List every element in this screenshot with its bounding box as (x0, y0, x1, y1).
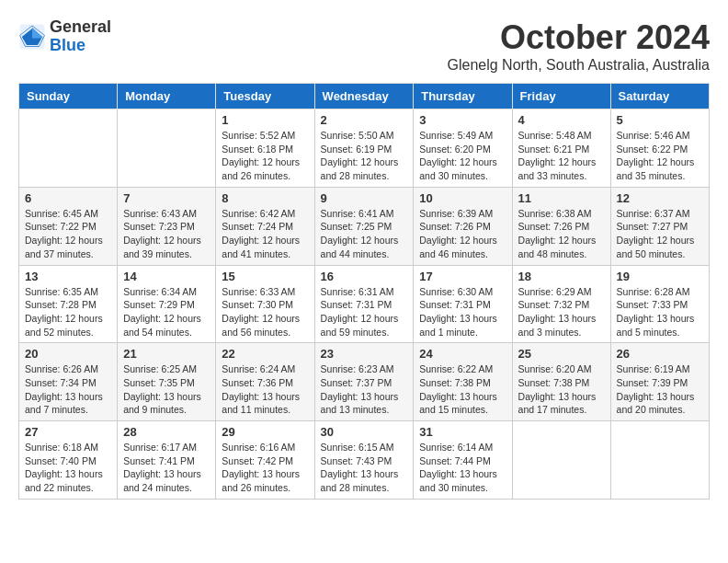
weekday-header-monday: Monday (118, 84, 216, 109)
calendar-cell: 29Sunrise: 6:16 AM Sunset: 7:42 PM Dayli… (216, 421, 314, 500)
day-detail: Sunrise: 6:22 AM Sunset: 7:38 PM Dayligh… (419, 362, 506, 417)
location-title: Glenelg North, South Australia, Australi… (448, 57, 711, 74)
logo-line2: Blue (50, 37, 111, 55)
day-number: 27 (25, 425, 111, 439)
calendar-cell: 19Sunrise: 6:28 AM Sunset: 7:33 PM Dayli… (610, 265, 709, 343)
day-detail: Sunrise: 6:16 AM Sunset: 7:42 PM Dayligh… (222, 441, 308, 495)
calendar-cell: 25Sunrise: 6:20 AM Sunset: 7:38 PM Dayli… (512, 343, 610, 421)
calendar-table: SundayMondayTuesdayWednesdayThursdayFrid… (18, 83, 710, 500)
day-number: 1 (222, 113, 308, 127)
day-number: 8 (222, 191, 308, 205)
weekday-header-thursday: Thursday (414, 84, 512, 109)
calendar-cell: 13Sunrise: 6:35 AM Sunset: 7:28 PM Dayli… (19, 265, 118, 343)
day-number: 25 (518, 347, 605, 361)
day-detail: Sunrise: 6:19 AM Sunset: 7:39 PM Dayligh… (617, 362, 703, 417)
calendar-cell: 9Sunrise: 6:41 AM Sunset: 7:25 PM Daylig… (314, 187, 414, 265)
day-number: 5 (617, 113, 703, 127)
day-detail: Sunrise: 6:28 AM Sunset: 7:33 PM Dayligh… (617, 285, 703, 339)
calendar-cell: 6Sunrise: 6:45 AM Sunset: 7:22 PM Daylig… (19, 187, 118, 265)
day-detail: Sunrise: 6:24 AM Sunset: 7:36 PM Dayligh… (222, 362, 308, 417)
calendar-cell: 22Sunrise: 6:24 AM Sunset: 7:36 PM Dayli… (216, 343, 314, 421)
day-detail: Sunrise: 6:23 AM Sunset: 7:37 PM Dayligh… (321, 362, 408, 417)
calendar-week-row: 27Sunrise: 6:18 AM Sunset: 7:40 PM Dayli… (19, 421, 710, 500)
calendar-cell: 3Sunrise: 5:49 AM Sunset: 6:20 PM Daylig… (414, 109, 512, 188)
calendar-cell: 20Sunrise: 6:26 AM Sunset: 7:34 PM Dayli… (19, 343, 118, 421)
day-number: 12 (617, 191, 703, 205)
logo-icon (18, 23, 46, 51)
day-detail: Sunrise: 6:38 AM Sunset: 7:26 PM Dayligh… (518, 207, 605, 261)
day-detail: Sunrise: 6:33 AM Sunset: 7:30 PM Dayligh… (222, 285, 308, 339)
day-number: 28 (123, 425, 210, 439)
day-detail: Sunrise: 6:42 AM Sunset: 7:24 PM Dayligh… (222, 207, 308, 261)
calendar-cell: 27Sunrise: 6:18 AM Sunset: 7:40 PM Dayli… (19, 421, 118, 500)
calendar-cell: 8Sunrise: 6:42 AM Sunset: 7:24 PM Daylig… (216, 187, 314, 265)
calendar-cell: 10Sunrise: 6:39 AM Sunset: 7:26 PM Dayli… (414, 187, 512, 265)
title-block: October 2024 Glenelg North, South Austra… (448, 18, 711, 74)
calendar-cell: 31Sunrise: 6:14 AM Sunset: 7:44 PM Dayli… (414, 421, 512, 500)
day-detail: Sunrise: 6:35 AM Sunset: 7:28 PM Dayligh… (25, 285, 111, 339)
day-number: 24 (419, 347, 506, 361)
day-number: 15 (222, 270, 308, 283)
weekday-header-tuesday: Tuesday (216, 84, 314, 109)
calendar-cell: 14Sunrise: 6:34 AM Sunset: 7:29 PM Dayli… (118, 265, 216, 343)
day-detail: Sunrise: 6:41 AM Sunset: 7:25 PM Dayligh… (321, 207, 408, 261)
day-number: 14 (123, 270, 210, 283)
weekday-header-row: SundayMondayTuesdayWednesdayThursdayFrid… (19, 84, 710, 109)
day-number: 10 (419, 191, 506, 205)
calendar-cell: 16Sunrise: 6:31 AM Sunset: 7:31 PM Dayli… (314, 265, 414, 343)
day-detail: Sunrise: 6:39 AM Sunset: 7:26 PM Dayligh… (419, 207, 506, 261)
calendar-cell (610, 421, 709, 500)
day-detail: Sunrise: 5:49 AM Sunset: 6:20 PM Dayligh… (419, 129, 506, 183)
day-number: 7 (123, 191, 210, 205)
day-number: 4 (518, 113, 605, 127)
calendar-cell: 21Sunrise: 6:25 AM Sunset: 7:35 PM Dayli… (118, 343, 216, 421)
day-detail: Sunrise: 5:46 AM Sunset: 6:22 PM Dayligh… (617, 129, 703, 183)
calendar-cell: 2Sunrise: 5:50 AM Sunset: 6:19 PM Daylig… (314, 109, 414, 188)
calendar-week-row: 20Sunrise: 6:26 AM Sunset: 7:34 PM Dayli… (19, 343, 710, 421)
logo-text: General Blue (50, 18, 111, 55)
weekday-header-wednesday: Wednesday (314, 84, 414, 109)
day-number: 17 (419, 270, 506, 283)
day-detail: Sunrise: 6:14 AM Sunset: 7:44 PM Dayligh… (419, 441, 506, 495)
day-detail: Sunrise: 6:29 AM Sunset: 7:32 PM Dayligh… (518, 285, 605, 339)
weekday-header-friday: Friday (512, 84, 610, 109)
calendar-cell: 4Sunrise: 5:48 AM Sunset: 6:21 PM Daylig… (512, 109, 610, 188)
day-number: 11 (518, 191, 605, 205)
day-detail: Sunrise: 6:31 AM Sunset: 7:31 PM Dayligh… (321, 285, 408, 339)
day-number: 19 (617, 270, 703, 283)
calendar-cell: 12Sunrise: 6:37 AM Sunset: 7:27 PM Dayli… (610, 187, 709, 265)
calendar-cell: 5Sunrise: 5:46 AM Sunset: 6:22 PM Daylig… (610, 109, 709, 188)
day-detail: Sunrise: 5:48 AM Sunset: 6:21 PM Dayligh… (518, 129, 605, 183)
day-detail: Sunrise: 6:26 AM Sunset: 7:34 PM Dayligh… (25, 362, 111, 417)
day-number: 23 (321, 347, 408, 361)
weekday-header-saturday: Saturday (610, 84, 709, 109)
day-number: 18 (518, 270, 605, 283)
day-detail: Sunrise: 6:34 AM Sunset: 7:29 PM Dayligh… (123, 285, 210, 339)
day-number: 16 (321, 270, 408, 283)
day-detail: Sunrise: 6:17 AM Sunset: 7:41 PM Dayligh… (123, 441, 210, 495)
day-detail: Sunrise: 6:25 AM Sunset: 7:35 PM Dayligh… (123, 362, 210, 417)
day-number: 22 (222, 347, 308, 361)
calendar-cell: 1Sunrise: 5:52 AM Sunset: 6:18 PM Daylig… (216, 109, 314, 188)
calendar-cell: 7Sunrise: 6:43 AM Sunset: 7:23 PM Daylig… (118, 187, 216, 265)
calendar-cell: 15Sunrise: 6:33 AM Sunset: 7:30 PM Dayli… (216, 265, 314, 343)
day-number: 2 (321, 113, 408, 127)
day-detail: Sunrise: 5:52 AM Sunset: 6:18 PM Dayligh… (222, 129, 308, 183)
calendar-cell: 30Sunrise: 6:15 AM Sunset: 7:43 PM Dayli… (314, 421, 414, 500)
day-detail: Sunrise: 6:43 AM Sunset: 7:23 PM Dayligh… (123, 207, 210, 261)
calendar-cell: 28Sunrise: 6:17 AM Sunset: 7:41 PM Dayli… (118, 421, 216, 500)
month-title: October 2024 (448, 18, 711, 57)
day-detail: Sunrise: 5:50 AM Sunset: 6:19 PM Dayligh… (321, 129, 408, 183)
day-number: 31 (419, 425, 506, 439)
day-number: 26 (617, 347, 703, 361)
calendar-cell: 26Sunrise: 6:19 AM Sunset: 7:39 PM Dayli… (610, 343, 709, 421)
day-number: 30 (321, 425, 408, 439)
calendar-week-row: 6Sunrise: 6:45 AM Sunset: 7:22 PM Daylig… (19, 187, 710, 265)
day-detail: Sunrise: 6:37 AM Sunset: 7:27 PM Dayligh… (617, 207, 703, 261)
day-number: 21 (123, 347, 210, 361)
calendar-week-row: 1Sunrise: 5:52 AM Sunset: 6:18 PM Daylig… (19, 109, 710, 188)
day-number: 13 (25, 270, 111, 283)
day-number: 6 (25, 191, 111, 205)
calendar-cell: 23Sunrise: 6:23 AM Sunset: 7:37 PM Dayli… (314, 343, 414, 421)
day-number: 29 (222, 425, 308, 439)
